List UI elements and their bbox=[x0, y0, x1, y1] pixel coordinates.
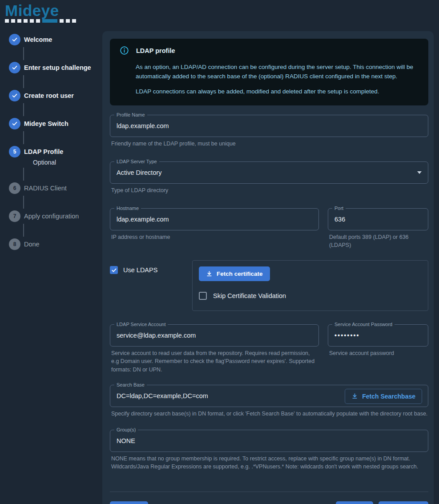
step-create-root-user: Create root user bbox=[9, 90, 102, 101]
continue-button[interactable]: Continue bbox=[379, 501, 429, 504]
hostname-block: Hostname ldap.example.com IP address or … bbox=[110, 208, 319, 249]
mideye-logo: Mideye bbox=[5, 3, 76, 23]
step-label: Enter setup challenge bbox=[24, 64, 91, 71]
step-done: 8 Done bbox=[9, 238, 102, 250]
service-account-input[interactable]: LDAP Service Account service@ldap.exampl… bbox=[110, 324, 319, 347]
use-ldaps-checkbox[interactable] bbox=[110, 266, 118, 274]
server-type-value: Active Directory bbox=[117, 169, 162, 176]
check-icon bbox=[111, 267, 117, 273]
step-connector bbox=[23, 131, 24, 144]
step-completed-circle bbox=[9, 62, 20, 73]
step-label: Mideye Switch bbox=[24, 120, 68, 127]
skip-cert-validation-checkbox[interactable] bbox=[199, 292, 207, 300]
footer-divider bbox=[110, 492, 428, 492]
download-icon bbox=[351, 393, 358, 399]
port-label: Port bbox=[332, 206, 346, 211]
service-password-value: •••••••• bbox=[334, 332, 360, 339]
logo-text: Mideye bbox=[5, 3, 76, 18]
step-number-badge: 6 bbox=[9, 182, 20, 194]
service-account-value: service@ldap.example.com bbox=[117, 332, 196, 339]
fetch-searchbase-button[interactable]: Fetch Searchbase bbox=[345, 389, 422, 404]
check-icon bbox=[12, 93, 18, 99]
ldap-info-box: LDAP profile As an option, an LDAP/AD co… bbox=[110, 39, 428, 105]
search-base-value: DC=ldap,DC=example,DC=com bbox=[117, 392, 208, 399]
step-number-badge: 8 bbox=[9, 238, 20, 250]
step-completed-circle bbox=[9, 90, 20, 101]
hostname-helper: IP address or hostname bbox=[111, 233, 319, 241]
check-icon bbox=[12, 65, 18, 71]
service-account-helper: Service account to read user data from t… bbox=[111, 349, 319, 373]
check-icon bbox=[12, 121, 18, 127]
search-base-helper: Specify directory search base(s) in DN f… bbox=[111, 410, 428, 418]
step-completed-circle bbox=[9, 34, 20, 45]
skip-cert-validation-toggle[interactable]: Skip Certificate Validation bbox=[199, 292, 422, 300]
port-block: Port 636 Default ports 389 (LDAP) or 636… bbox=[328, 208, 428, 249]
step-welcome: Welcome bbox=[9, 34, 102, 45]
groups-input[interactable]: Group(s) NONE bbox=[110, 430, 428, 452]
step-radius-client: 6 RADIUS Client bbox=[9, 182, 102, 194]
skip-cert-validation-label: Skip Certificate Validation bbox=[213, 292, 286, 299]
download-icon bbox=[206, 270, 213, 277]
back-button[interactable]: Back bbox=[110, 501, 148, 504]
step-number-badge: 5 bbox=[9, 146, 20, 157]
step-connector bbox=[23, 47, 24, 60]
search-base-label: Search Base bbox=[114, 382, 147, 387]
server-type-label: LDAP Server Type bbox=[114, 159, 159, 164]
server-type-select[interactable]: LDAP Server Type Active Directory bbox=[110, 161, 428, 184]
service-password-input[interactable]: Service Account Password •••••••• bbox=[328, 324, 428, 347]
step-sublabel-optional: Optional bbox=[33, 159, 102, 166]
step-label: Apply configuration bbox=[24, 213, 79, 220]
search-base-input[interactable]: Search Base DC=ldap,DC=example,DC=com Fe… bbox=[110, 385, 428, 407]
step-apply-configuration: 7 Apply configuration bbox=[9, 210, 102, 222]
groups-helper: NONE means that no group membership is r… bbox=[111, 455, 423, 471]
profile-name-value: ldap.example.com bbox=[117, 122, 169, 129]
service-password-block: Service Account Password •••••••• Servic… bbox=[328, 324, 428, 373]
service-account-label: LDAP Service Account bbox=[114, 322, 168, 327]
service-account-block: LDAP Service Account service@ldap.exampl… bbox=[110, 324, 319, 373]
search-base-block: Search Base DC=ldap,DC=example,DC=com Fe… bbox=[110, 385, 428, 418]
logo-dots-decoration bbox=[5, 19, 76, 23]
port-helper: Default ports 389 (LDAP) or 636 (LDAPS) bbox=[329, 233, 428, 249]
chevron-down-icon bbox=[417, 171, 422, 174]
ldap-profile-panel: LDAP profile As an option, an LDAP/AD co… bbox=[102, 31, 434, 504]
step-mideye-switch: Mideye Switch bbox=[9, 118, 102, 129]
info-circle-icon bbox=[120, 46, 129, 55]
step-connector bbox=[23, 103, 24, 116]
skip-button[interactable]: Skip bbox=[336, 501, 373, 504]
port-input[interactable]: Port 636 bbox=[328, 208, 428, 230]
profile-name-label: Profile Name bbox=[114, 112, 147, 117]
profile-name-input[interactable]: Profile Name ldap.example.com bbox=[110, 115, 428, 137]
wizard-footer: Back Skip Continue bbox=[110, 501, 428, 504]
groups-value: NONE bbox=[117, 437, 135, 444]
ldaps-row: Use LDAPS Fetch certificate Skip Certifi… bbox=[110, 260, 428, 311]
step-label: Welcome bbox=[24, 36, 52, 43]
step-connector bbox=[23, 75, 24, 88]
service-account-row: LDAP Service Account service@ldap.exampl… bbox=[110, 324, 428, 373]
step-label: Done bbox=[24, 241, 40, 248]
hostname-label: Hostname bbox=[114, 206, 141, 211]
use-ldaps-label: Use LDAPS bbox=[123, 266, 157, 274]
step-number-badge: 7 bbox=[9, 210, 20, 222]
step-label: Create root user bbox=[24, 92, 74, 99]
hostname-input[interactable]: Hostname ldap.example.com bbox=[110, 208, 319, 230]
setup-stepper: Welcome Enter setup challenge Create roo… bbox=[9, 34, 102, 250]
info-box-title: LDAP profile bbox=[136, 47, 175, 54]
check-icon bbox=[12, 36, 18, 43]
server-type-block: LDAP Server Type Active Directory Type o… bbox=[110, 161, 428, 194]
step-label: RADIUS Client bbox=[24, 185, 67, 192]
fetch-certificate-label: Fetch certificate bbox=[217, 270, 263, 277]
step-label: LDAP Profile bbox=[24, 148, 63, 155]
groups-label: Group(s) bbox=[114, 427, 138, 432]
use-ldaps-toggle[interactable]: Use LDAPS bbox=[110, 260, 192, 274]
step-connector bbox=[23, 196, 24, 209]
info-box-paragraph: LDAP connections can always be added, mo… bbox=[136, 87, 419, 97]
fetch-certificate-button[interactable]: Fetch certificate bbox=[199, 266, 270, 281]
step-connector bbox=[23, 168, 24, 181]
step-completed-circle bbox=[9, 118, 20, 129]
certificate-box: Fetch certificate Skip Certificate Valid… bbox=[192, 260, 428, 311]
groups-block: Group(s) NONE NONE means that no group m… bbox=[110, 430, 428, 471]
info-box-paragraph: As an option, an LDAP/AD connection can … bbox=[136, 63, 419, 81]
port-value: 636 bbox=[334, 216, 345, 223]
step-ldap-profile: 5 LDAP Profile bbox=[9, 146, 102, 157]
service-password-label: Service Account Password bbox=[332, 322, 395, 327]
